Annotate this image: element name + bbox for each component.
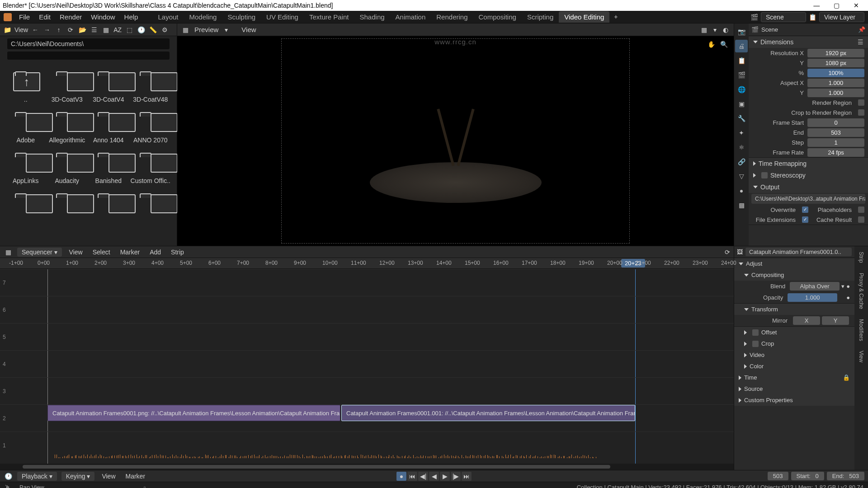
view-overlay-icon[interactable]: ▾ — [710, 25, 719, 34]
output-path-input[interactable]: C:\Users\Neil\Desktop\3..atapult Animati… — [751, 194, 865, 204]
tab-view[interactable]: View — [857, 348, 865, 365]
minimize-button[interactable]: — — [807, 2, 826, 9]
tab-data-icon[interactable]: ▽ — [735, 170, 748, 183]
tab-texture-icon[interactable]: ▩ — [735, 199, 748, 211]
folder-item[interactable]: Banished — [88, 147, 129, 187]
play-reverse-button[interactable]: ◀ — [429, 472, 439, 481]
nav-up-icon[interactable]: ↑ — [54, 25, 63, 34]
stereoscopy-header[interactable]: Stereoscopy — [749, 169, 868, 181]
pan-icon[interactable]: ✋ — [708, 41, 717, 50]
resolution-pct-input[interactable]: 100% — [807, 69, 864, 77]
compositing-header[interactable]: Compositing — [734, 269, 854, 281]
editor-type-icon[interactable]: ▦ — [4, 248, 13, 257]
menu-edit[interactable]: Edit — [35, 11, 54, 23]
folder-item[interactable]: 3D-CoatV4 — [88, 66, 129, 106]
scrollbar-thumb[interactable] — [23, 465, 610, 469]
tab-physics-icon[interactable]: ⚛ — [735, 141, 748, 154]
image-strip-selected[interactable]: Catapult Animation Frames0001.001: //..\… — [341, 405, 635, 421]
folder-item[interactable]: Adobe — [5, 107, 46, 146]
folder-item[interactable]: Allegorithmic — [47, 107, 88, 146]
video-header[interactable]: Video — [734, 349, 854, 361]
editor-type-icon[interactable]: 🕐 — [4, 472, 13, 481]
seq-strip-menu[interactable]: Strip — [168, 248, 187, 257]
mirror-x-button[interactable]: X — [793, 316, 820, 325]
end-frame-input[interactable]: End: 503 — [827, 472, 864, 480]
scene-selector[interactable]: Scene — [761, 12, 806, 22]
filter-icon[interactable]: ⚙ — [160, 25, 169, 34]
adjust-header[interactable]: Adjust — [734, 258, 854, 269]
folder-item[interactable] — [130, 188, 171, 221]
add-workspace-button[interactable]: + — [609, 11, 622, 23]
tab-strip[interactable]: Strip — [857, 249, 865, 266]
folder-item[interactable]: Audacity — [47, 147, 88, 187]
aspect-y-input[interactable]: 1.000 — [807, 89, 864, 97]
tab-modeling[interactable]: Modeling — [184, 11, 222, 23]
timeline-marker-menu[interactable]: Marker — [123, 472, 148, 481]
view-gizmo-icon[interactable]: ◐ — [721, 25, 730, 34]
sequencer-scrollbar[interactable] — [0, 464, 734, 470]
tab-particles-icon[interactable]: ✦ — [735, 127, 748, 139]
file-ext-check[interactable] — [802, 216, 808, 223]
custom-props-header[interactable]: Custom Properties — [734, 394, 854, 406]
tab-sculpting[interactable]: Sculpting — [222, 11, 261, 23]
sequencer-tracks[interactable]: 7 6 5 4 3 2 Catapult Animation Frames000… — [0, 269, 734, 464]
stereoscopy-check[interactable] — [761, 172, 768, 178]
menu-render[interactable]: Render — [56, 11, 85, 23]
viewlayer-selector[interactable]: View Layer — [819, 12, 864, 22]
scene-breadcrumb[interactable]: Scene — [761, 26, 778, 33]
folder-item[interactable]: 3D-CoatV48 — [130, 66, 171, 106]
tab-texturepaint[interactable]: Texture Paint — [304, 11, 354, 23]
tab-rendering[interactable]: Rendering — [431, 11, 473, 23]
sequencer-ruler[interactable]: 20+23 -1+000+001+002+003+004+005+006+007… — [0, 258, 734, 269]
blend-mode-select[interactable]: Alpha Over — [790, 282, 840, 291]
strip-name-input[interactable]: Catapult Animation Frames0001.0.. — [745, 248, 852, 256]
tab-material-icon[interactable]: ● — [735, 184, 748, 197]
aspect-x-input[interactable]: 1.000 — [807, 79, 864, 87]
play-button[interactable]: ▶ — [440, 472, 450, 481]
folder-item[interactable] — [47, 188, 88, 221]
tab-world-icon[interactable]: 🌐 — [735, 83, 748, 96]
sort-alpha-icon[interactable]: AZ — [113, 25, 122, 34]
seq-marker-menu[interactable]: Marker — [118, 248, 143, 257]
tab-output-icon[interactable]: 🖨 — [735, 40, 748, 52]
crop-region-check[interactable] — [858, 109, 864, 116]
zoom-icon[interactable]: 🔍 — [720, 41, 729, 50]
resolution-x-input[interactable]: 1920 px — [807, 49, 864, 57]
tab-viewlayer-icon[interactable]: 📋 — [735, 54, 748, 67]
seq-refresh-icon[interactable]: ⟳ — [725, 249, 730, 256]
tab-uvediting[interactable]: UV Editing — [261, 11, 304, 23]
editor-type-icon[interactable]: 📁 — [3, 25, 12, 34]
color-header[interactable]: Color — [734, 361, 854, 372]
editor-type-icon[interactable]: ▦ — [181, 25, 190, 34]
preview-view-menu[interactable]: View — [241, 26, 256, 33]
mirror-y-button[interactable]: Y — [822, 316, 849, 325]
output-header[interactable]: Output — [749, 181, 868, 193]
folder-item[interactable]: 3D-CoatV3 — [47, 66, 88, 106]
file-path-input[interactable]: C:\Users\Neil\Documents\ — [7, 38, 170, 49]
time-header[interactable]: Time🔒 — [734, 372, 854, 383]
start-frame-input[interactable]: Start: 0 — [791, 472, 824, 480]
display-grid-icon[interactable]: ▦ — [101, 25, 110, 34]
tab-shading[interactable]: Shading — [354, 11, 390, 23]
resolution-y-input[interactable]: 1080 px — [807, 59, 864, 67]
tab-render-icon[interactable]: 📷 — [735, 25, 748, 38]
folder-item[interactable]: ANNO 2070 — [130, 107, 171, 146]
image-strip[interactable]: Catapult Animation Frames0001.png: //..\… — [47, 405, 340, 421]
jump-end-button[interactable]: ⏭ — [462, 472, 472, 481]
timeline-view-menu[interactable]: View — [99, 472, 118, 481]
frame-step-input[interactable]: 1 — [807, 138, 864, 147]
seq-add-menu[interactable]: Add — [147, 248, 164, 257]
frame-rate-input[interactable]: 24 fps — [807, 148, 864, 157]
tab-modifiers-icon[interactable]: 🔧 — [735, 112, 748, 125]
current-frame-input[interactable]: 503 — [768, 472, 788, 480]
playback-menu[interactable]: Playback ▾ — [17, 472, 57, 481]
prev-keyframe-button[interactable]: ◀| — [418, 472, 428, 481]
menu-file[interactable]: File — [15, 11, 33, 23]
pin-icon[interactable]: 📌 — [858, 26, 865, 33]
seq-view-menu[interactable]: View — [66, 248, 85, 257]
offset-header[interactable]: Offset — [734, 327, 854, 338]
sort-ext-icon[interactable]: ⬚ — [125, 25, 134, 34]
tab-constraints-icon[interactable]: 🔗 — [735, 155, 748, 168]
tab-modifiers[interactable]: Modifiers — [857, 316, 865, 344]
file-search-input[interactable] — [7, 52, 170, 60]
